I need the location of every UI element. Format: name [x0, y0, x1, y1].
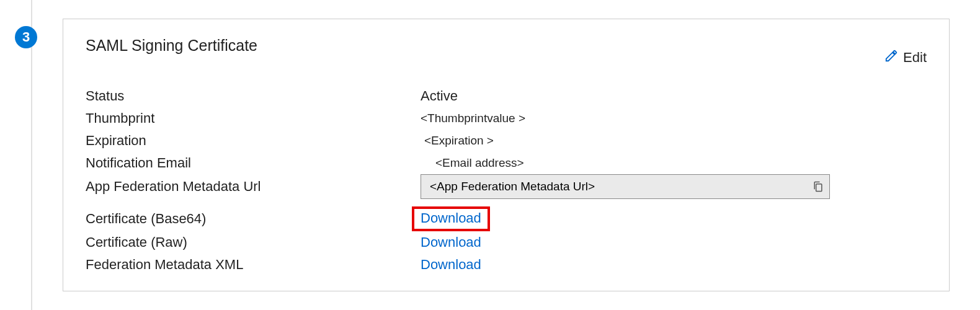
fields-container: Status Active Thumbprint <Thumbprintvalu…: [86, 85, 927, 276]
label-expiration: Expiration: [86, 133, 421, 149]
edit-label: Edit: [903, 50, 927, 66]
metadata-url-text: <App Federation Metadata Url>: [430, 180, 812, 193]
download-fed-xml-link[interactable]: Download: [421, 257, 481, 273]
label-cert-raw: Certificate (Raw): [86, 234, 421, 250]
label-metadata-url: App Federation Metadata Url: [86, 179, 421, 195]
row-cert-raw: Certificate (Raw) Download: [86, 231, 927, 254]
edit-button[interactable]: Edit: [884, 49, 927, 66]
label-fed-xml: Federation Metadata XML: [86, 257, 421, 273]
row-notification-email: Notification Email <Email address>: [86, 152, 927, 174]
step-number-text: 3: [22, 29, 30, 45]
row-expiration: Expiration <Expiration >: [86, 130, 927, 152]
copy-icon[interactable]: [812, 179, 824, 194]
value-status: Active: [421, 88, 458, 104]
card-header: SAML Signing Certificate Edit: [86, 37, 927, 66]
row-fed-xml: Federation Metadata XML Download: [86, 254, 927, 276]
row-cert-base64: Certificate (Base64) Download: [86, 206, 927, 231]
row-thumbprint: Thumbprint <Thumbprintvalue >: [86, 107, 927, 130]
label-cert-base64: Certificate (Base64): [86, 211, 421, 227]
row-status: Status Active: [86, 85, 927, 107]
pencil-icon: [884, 49, 898, 66]
label-notification-email: Notification Email: [86, 155, 421, 171]
value-notification-email: <Email address>: [421, 156, 524, 170]
step-number-badge: 3: [15, 26, 37, 48]
label-thumbprint: Thumbprint: [86, 110, 421, 126]
row-metadata-url: App Federation Metadata Url <App Federat…: [86, 174, 927, 199]
download-cert-raw-link[interactable]: Download: [421, 234, 481, 250]
value-expiration: <Expiration >: [421, 134, 494, 148]
download-cert-base64-link[interactable]: Download: [412, 206, 490, 231]
card-title: SAML Signing Certificate: [86, 37, 257, 55]
metadata-url-field[interactable]: <App Federation Metadata Url>: [421, 174, 830, 199]
label-status: Status: [86, 88, 421, 104]
svg-rect-0: [816, 184, 822, 192]
saml-signing-certificate-card: SAML Signing Certificate Edit Status Act…: [63, 19, 950, 291]
value-thumbprint: <Thumbprintvalue >: [421, 112, 525, 125]
